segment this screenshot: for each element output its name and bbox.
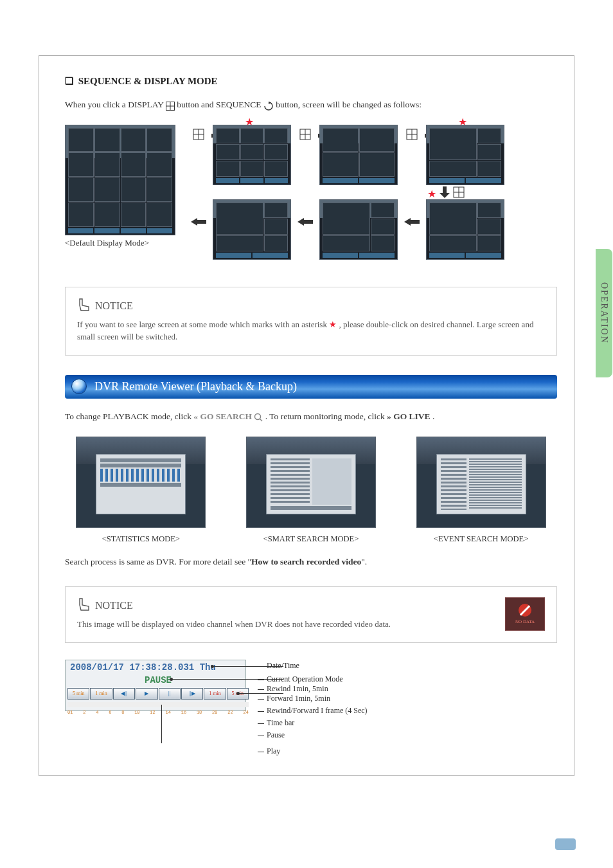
mode-event-search: <EVENT SEARCH MODE> bbox=[405, 437, 557, 544]
pause-button[interactable]: || bbox=[159, 688, 181, 700]
mode-thumbs-row: <STATISTICS MODE> <SMART SEARCH MODE> bbox=[65, 437, 557, 544]
notice-box-2: NOTICE This image will be displayed on v… bbox=[65, 586, 557, 643]
callout-rw-fwd: Rewind/Forward I frame (4 Sec) bbox=[258, 706, 368, 716]
callout-datetime: Date/Time bbox=[258, 661, 368, 671]
notice-title: NOTICE bbox=[77, 298, 545, 314]
display-thumb-big2 bbox=[213, 199, 291, 260]
callout-mode: Current Operation Mode bbox=[258, 674, 368, 684]
star-icon: ★ bbox=[427, 188, 436, 200]
svg-rect-30 bbox=[304, 220, 313, 224]
rewind-5min-button[interactable]: 5 min bbox=[67, 688, 89, 700]
statistics-mode-thumb bbox=[76, 437, 206, 528]
grid4-icon bbox=[295, 129, 314, 140]
chevron-left-icon: « bbox=[193, 411, 198, 421]
rewind-1min-button[interactable]: 1 min bbox=[90, 688, 112, 700]
notice-title: NOTICE bbox=[77, 597, 492, 614]
grid4-icon bbox=[453, 186, 465, 198]
display-thumb-2x2 bbox=[319, 125, 398, 185]
display-thumb-big1 bbox=[426, 125, 504, 185]
star-icon: ★ bbox=[329, 320, 337, 329]
page-frame: OPERATION SEQUENCE & DISPLAY MODE When y… bbox=[39, 55, 574, 776]
playback-button-row: 5 min 1 min ◀|| ▶ || ||▶ 1 min 5 min bbox=[67, 688, 249, 700]
seq-arrow-left-icon bbox=[295, 217, 314, 226]
intro-line: When you click a DISPLAY button and SEQU… bbox=[65, 98, 557, 112]
notice-box-1: NOTICE If you want to see large screen a… bbox=[65, 287, 557, 356]
play-button[interactable]: ▶ bbox=[136, 688, 157, 700]
display-thumb-big3 bbox=[319, 199, 398, 260]
side-tab-label: OPERATION bbox=[599, 282, 609, 344]
callout-timebar: Time bar bbox=[258, 718, 368, 728]
playback-pause-text: PAUSE bbox=[65, 675, 251, 685]
svg-rect-35 bbox=[411, 220, 420, 224]
go-search-label: GO SEARCH bbox=[200, 411, 252, 421]
callout-play: Play bbox=[258, 746, 368, 756]
display-flow: <Default Display Mode> ★ bbox=[65, 121, 557, 269]
callout-pause: Pause bbox=[258, 730, 368, 740]
search-line: Search process is same as DVR. For more … bbox=[65, 556, 557, 568]
svg-marker-29 bbox=[298, 218, 304, 226]
rewind-frame-button[interactable]: ◀|| bbox=[113, 688, 135, 700]
svg-rect-19 bbox=[443, 186, 447, 193]
chevron-right-icon: » bbox=[387, 411, 391, 421]
mode-smart-search: <SMART SEARCH MODE> bbox=[235, 437, 387, 544]
section-header-playback: DVR Remote Viewer (Playback & Backup) bbox=[65, 375, 557, 399]
display-thumb-3x3 bbox=[213, 125, 291, 185]
down-arrow-icon bbox=[439, 186, 450, 198]
svg-marker-24 bbox=[191, 218, 197, 226]
go-live-label: GO LIVE bbox=[393, 411, 430, 421]
svg-rect-25 bbox=[197, 220, 206, 224]
forward-frame-button[interactable]: ||▶ bbox=[181, 688, 203, 700]
callout-rewind: Rewind 1min, 5min bbox=[258, 684, 368, 694]
section-title: SEQUENCE & DISPLAY MODE bbox=[65, 75, 557, 87]
sequence-icon bbox=[263, 99, 274, 112]
callout-forward: Forward 1min, 5min bbox=[258, 694, 368, 703]
callout-list: Date/Time Current Operation Mode Rewind … bbox=[258, 661, 368, 756]
seq-arrow-left-icon bbox=[402, 217, 421, 226]
side-tab-operation: OPERATION bbox=[596, 249, 612, 377]
display-thumb-big4 bbox=[426, 199, 504, 260]
mode-statistics: <STATISTICS MODE> bbox=[65, 437, 217, 544]
notice-body: If you want to see large screen at some … bbox=[77, 318, 545, 343]
default-caption: <Default Display Mode> bbox=[65, 238, 149, 248]
svg-line-40 bbox=[260, 419, 262, 421]
playback-image: 2008/01/17 17:38:28.031 Thu PAUSE 5 min … bbox=[65, 660, 251, 724]
svg-marker-34 bbox=[404, 218, 411, 226]
smart-search-mode-thumb bbox=[246, 437, 376, 528]
playback-diagram: 2008/01/17 17:38:28.031 Thu PAUSE 5 min … bbox=[65, 660, 557, 756]
forward-1min-button[interactable]: 1 min bbox=[204, 688, 226, 700]
playback-datetime: 2008/01/17 17:38:28.031 Thu bbox=[70, 662, 216, 673]
no-data-thumb: NO DATA bbox=[505, 597, 545, 631]
playback-intro: To change PLAYBACK mode, click « GO SEAR… bbox=[65, 410, 557, 424]
notice-hand-icon bbox=[77, 298, 91, 314]
svg-marker-20 bbox=[440, 193, 450, 198]
default-display-thumb bbox=[65, 125, 175, 235]
no-data-icon bbox=[519, 604, 531, 617]
grid4-icon bbox=[188, 129, 208, 140]
grid4-icon bbox=[402, 129, 421, 140]
notice-hand-icon bbox=[77, 597, 91, 614]
seq-arrow-left-icon bbox=[188, 217, 208, 226]
page-number-box bbox=[555, 838, 576, 850]
event-search-mode-thumb bbox=[416, 437, 546, 528]
search-icon bbox=[254, 410, 263, 423]
display-grid-icon bbox=[166, 99, 175, 112]
